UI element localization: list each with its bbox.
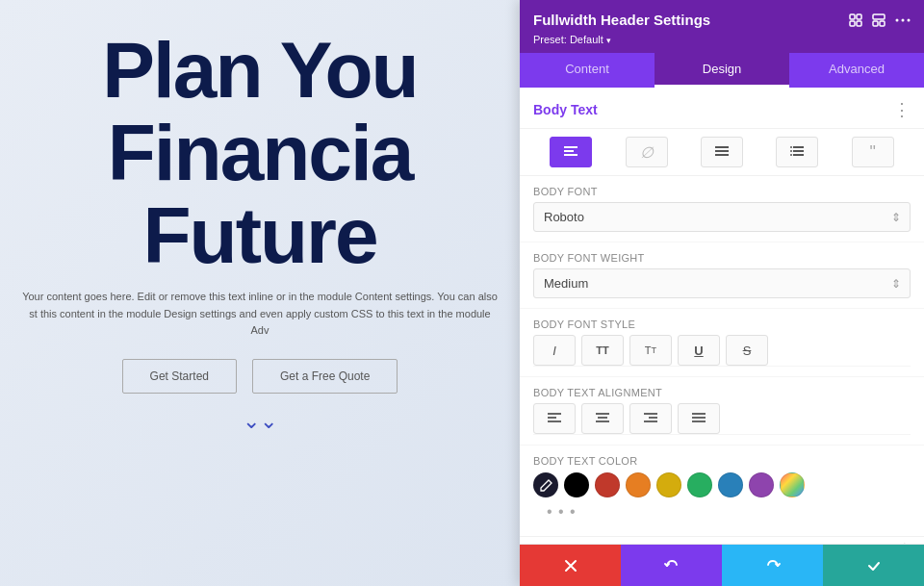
color-black[interactable]	[564, 472, 589, 497]
svg-point-7	[896, 18, 899, 21]
more-dots-btn[interactable]: • • •	[547, 503, 577, 521]
color-dark-red[interactable]	[595, 472, 620, 497]
section-header: Body Text ⋮	[520, 88, 924, 129]
body-text-alignment-label: Body Text Alignment	[533, 387, 911, 398]
svg-rect-5	[873, 21, 878, 26]
footer-redo-btn[interactable]	[722, 545, 823, 586]
footer-undo-btn[interactable]	[621, 545, 722, 586]
body-font-select-wrapper: Roboto Open Sans Lato ⇕	[533, 202, 911, 232]
svg-rect-26	[598, 417, 607, 419]
align-btn-slash[interactable]: ∅	[626, 137, 668, 167]
svg-rect-18	[793, 150, 804, 152]
color-pencil-btn[interactable]	[533, 472, 558, 497]
font-style-buttons: I TT TT U S	[533, 335, 911, 367]
svg-rect-4	[873, 14, 885, 19]
style-btn-italic[interactable]: I	[533, 335, 576, 366]
svg-rect-15	[715, 154, 729, 156]
svg-rect-12	[564, 154, 578, 156]
preview-title: Plan You Financia Future	[0, 0, 520, 277]
body-font-weight-select[interactable]: Medium Regular Bold	[533, 268, 911, 298]
svg-point-17	[790, 146, 792, 148]
svg-rect-14	[715, 150, 729, 152]
style-btn-caps[interactable]: TT	[581, 335, 624, 366]
body-font-select[interactable]: Roboto Open Sans Lato	[533, 202, 911, 232]
body-text-color-section: Body Text Color 3 • • •	[520, 446, 924, 536]
style-btn-smallcaps[interactable]: TT	[629, 335, 672, 366]
align-btn-ul[interactable]	[776, 137, 818, 167]
svg-rect-2	[850, 21, 855, 26]
text-align-left[interactable]	[533, 403, 576, 434]
svg-rect-22	[548, 413, 561, 415]
style-btn-strikethrough[interactable]: S	[726, 335, 768, 366]
settings-panel: Fullwidth Header Settings	[520, 0, 924, 586]
color-blue[interactable]	[718, 472, 743, 497]
panel-title: Fullwidth Header Settings	[533, 12, 710, 28]
svg-rect-28	[644, 413, 657, 415]
body-font-weight-field: Body Font Weight Medium Regular Bold ⇕ 2	[520, 242, 924, 309]
body-font-weight-label: Body Font Weight	[533, 252, 911, 264]
style-btn-underline[interactable]: U	[678, 335, 720, 366]
preview-arrow: ⌄⌄	[0, 409, 520, 434]
align-btn-quote[interactable]: "	[852, 137, 894, 167]
svg-rect-3	[857, 21, 861, 26]
body-font-label: Body Font	[533, 186, 911, 197]
svg-rect-1	[857, 14, 861, 19]
more-dots-row: • • •	[533, 497, 911, 526]
body-text-alignment-field: Body Text Alignment	[520, 377, 924, 446]
preview-buttons: Get Started Get a Free Quote	[0, 359, 520, 394]
panel-preset[interactable]: Preset: Default ▾	[533, 34, 911, 45]
text-align-center[interactable]	[581, 403, 624, 434]
preview-area: Plan You Financia Future Your content go…	[0, 0, 520, 586]
svg-rect-31	[692, 413, 706, 415]
panel-header-icons	[849, 13, 911, 27]
panel-header: Fullwidth Header Settings	[520, 0, 924, 53]
svg-point-21	[790, 154, 792, 156]
svg-rect-29	[649, 417, 657, 419]
svg-rect-27	[596, 420, 609, 422]
preview-subtitle: Your content goes here. Edit or remove t…	[0, 277, 520, 340]
svg-rect-10	[564, 146, 578, 148]
body-font-field: Body Font Roboto Open Sans Lato ⇕ 1	[520, 176, 924, 242]
align-btn-ol[interactable]	[701, 137, 743, 167]
body-font-weight-select-wrapper: Medium Regular Bold ⇕	[533, 268, 911, 298]
panel-tabs: Content Design Advanced	[520, 53, 924, 88]
footer-cancel-btn[interactable]	[520, 545, 621, 586]
svg-rect-30	[644, 420, 657, 422]
panel-body: Body Text ⋮ ∅	[520, 88, 924, 544]
section-more-icon[interactable]: ⋮	[893, 99, 911, 120]
svg-rect-13	[715, 146, 729, 148]
text-align-justify[interactable]	[678, 403, 720, 434]
section-title: Body Text	[533, 102, 598, 117]
tab-advanced[interactable]: Advanced	[789, 53, 924, 88]
svg-rect-32	[692, 417, 706, 419]
text-style-row: ∅ "	[520, 129, 924, 176]
svg-rect-23	[548, 417, 556, 419]
panel-footer	[520, 544, 924, 586]
svg-rect-20	[793, 154, 804, 156]
color-orange[interactable]	[626, 472, 651, 497]
text-align-right[interactable]	[629, 403, 672, 434]
svg-point-8	[902, 18, 905, 21]
panel-layout-icon[interactable]	[872, 13, 886, 27]
footer-save-btn[interactable]	[823, 545, 924, 586]
svg-point-9	[908, 18, 911, 21]
svg-point-19	[790, 150, 792, 152]
body-font-style-label: Body Font Style	[533, 318, 911, 330]
svg-rect-16	[793, 146, 804, 148]
tab-content[interactable]: Content	[520, 53, 654, 88]
color-green[interactable]	[687, 472, 712, 497]
body-text-color-label: Body Text Color	[533, 455, 911, 467]
svg-rect-0	[850, 14, 855, 19]
preview-btn-started[interactable]: Get Started	[122, 359, 237, 394]
color-yellow[interactable]	[656, 472, 681, 497]
text-align-buttons	[533, 403, 911, 435]
color-row: 3	[533, 472, 911, 497]
panel-expand-icon[interactable]	[849, 13, 862, 27]
panel-more-icon[interactable]	[895, 18, 911, 22]
preview-btn-quote[interactable]: Get a Free Quote	[252, 359, 398, 394]
svg-rect-6	[880, 21, 885, 26]
align-btn-left[interactable]	[550, 137, 592, 167]
color-purple[interactable]	[749, 472, 774, 497]
tab-design[interactable]: Design	[654, 53, 789, 88]
color-gradient-btn[interactable]	[780, 472, 805, 497]
